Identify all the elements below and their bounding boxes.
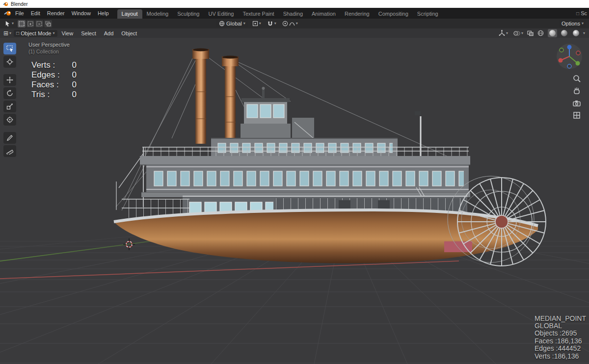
menu-select[interactable]: Select [78,29,100,37]
window-titlebar: Blender [0,0,589,8]
shading-wireframe-button[interactable] [536,29,545,37]
mode-label: Object Mode [21,30,51,36]
statistics-overlay: Verts :0 Edges :0 Faces :0 Tris :0 [31,60,77,100]
menu-add[interactable]: Add [101,29,117,37]
window-title: Blender [11,1,27,7]
ortho-grid-icon[interactable] [572,111,581,120]
orientation-overlay-label: GLOBAL [535,322,586,330]
blender-menu-icon[interactable] [4,10,12,16]
stat-tris: Tris :0 [31,90,77,100]
options-dropdown[interactable]: Options ▾ [559,20,586,27]
orientation-label: Global [226,21,242,26]
chevron-down-icon: ▾ [296,22,298,26]
gizmo-y-axis[interactable] [576,61,580,66]
tool-scale-button[interactable] [3,101,16,112]
tool-transform-button[interactable] [3,114,16,126]
tab-shading[interactable]: Shading [279,9,307,19]
chevron-down-icon[interactable]: ▾ [583,31,585,35]
shading-rendered-button[interactable] [571,29,581,37]
scene-selector[interactable]: □ Sc [576,10,587,16]
menu-window[interactable]: Window [68,9,94,17]
falloff-curve-icon [289,21,295,26]
stat-faces: Faces :0 [31,80,77,90]
gizmo-neg-z-axis[interactable] [567,64,571,68]
menu-file[interactable]: File [12,9,27,17]
menu-help[interactable]: Help [94,9,112,17]
tool-annotate-button[interactable] [3,132,16,144]
tab-uv-editing[interactable]: UV Editing [204,9,238,19]
gizmo-x-axis[interactable] [559,58,563,63]
xray-toggle-icon[interactable] [527,30,534,36]
tab-layout[interactable]: Layout [117,9,142,19]
tab-rendering[interactable]: Rendering [340,9,374,19]
select-cursor-icon [4,20,11,27]
tool-move-button[interactable] [3,74,16,86]
gizmo-axes-icon [499,30,505,36]
stat-verts: Verts :0 [31,60,77,70]
active-tool-button[interactable]: ▾ [3,20,15,27]
tool-cursor-button[interactable] [3,56,16,68]
tab-texture-paint[interactable]: Texture Paint [238,9,278,19]
scene-icon: □ [576,11,579,16]
collection-label: (1) Collection [28,49,70,54]
chevron-down-icon: ▾ [274,22,276,26]
tool-measure-button[interactable] [3,145,16,157]
tab-modeling[interactable]: Modeling [142,9,173,19]
blender-logo-icon [3,1,8,7]
faces-count: Faces :186,136 [535,338,586,345]
menu-view[interactable]: View [58,29,77,37]
scene-stats-overlay: MEDIAN_POINT GLOBAL Objects :2695 Faces … [535,315,586,360]
viewport-header-right: ▾ ▾ ▾ [497,29,587,37]
gizmos-dropdown[interactable]: ▾ [497,29,509,37]
verts-count: Verts :186,136 [535,353,586,360]
gizmo-z-axis[interactable] [567,45,572,50]
tab-sculpting[interactable]: Sculpting [173,9,204,19]
overlays-icon [513,30,520,36]
shading-solid-button[interactable] [548,29,557,37]
options-label: Options [562,21,580,26]
scene-name: Sc [581,10,587,16]
select-mode-subtract-button[interactable] [35,20,43,27]
transform-orientation-dropdown[interactable]: Global ▾ [216,20,248,27]
select-mode-set-button[interactable] [18,20,26,27]
chevron-down-icon: ▾ [9,31,11,35]
chevron-down-icon: ▾ [259,22,261,26]
object-mode-icon: □ [16,30,19,36]
menu-object[interactable]: Object [118,29,140,37]
gizmo-neg-x-axis[interactable] [576,51,580,55]
3d-viewport: User Perspective (1) Collection Verts :0… [0,38,589,364]
proportional-editing-group[interactable]: ▾ [281,20,299,27]
navigation-gizmo[interactable] [556,43,583,70]
snapping-dropdown[interactable]: ▾ [266,20,278,27]
menu-edit[interactable]: Edit [27,9,44,17]
editor-type-button[interactable]: ⊞ ▾ [2,29,13,37]
pivot-point-dropdown[interactable]: ▾ [251,20,263,27]
top-deck-railing [140,147,470,165]
pivot-icon [252,21,258,26]
chevron-down-icon: ▾ [506,31,508,35]
tool-select-box-button[interactable] [3,43,16,54]
chevron-down-icon: ▾ [53,31,55,35]
stern-flag [415,111,421,115]
select-mode-intersect-button[interactable] [44,20,52,27]
top-menubar: File Edit Render Window Help Layout Mode… [0,8,589,19]
pan-hand-icon[interactable] [572,86,581,95]
proportional-edit-icon [282,21,288,26]
workspace-tabs: Layout Modeling Sculpting UV Editing Tex… [117,8,443,19]
menu-render[interactable]: Render [44,9,68,17]
tab-compositing[interactable]: Compositing [374,9,413,19]
select-mode-extend-button[interactable] [27,20,34,27]
chevron-down-icon: ▾ [243,22,245,26]
camera-view-icon[interactable] [572,99,581,107]
tab-animation[interactable]: Animation [307,9,340,19]
shading-material-button[interactable] [560,29,569,37]
tab-scripting[interactable]: Scripting [413,9,443,19]
stat-edges: Edges :0 [31,70,77,80]
zoom-icon[interactable] [572,74,581,83]
gizmo-neg-y-axis[interactable] [560,48,563,52]
viewport-canvas[interactable] [0,38,589,364]
editor-type-icon: ⊞ [3,30,8,37]
overlays-dropdown[interactable]: ▾ [512,30,525,37]
mode-dropdown[interactable]: □ Object Mode ▾ [14,30,57,37]
tool-rotate-button[interactable] [3,87,16,99]
